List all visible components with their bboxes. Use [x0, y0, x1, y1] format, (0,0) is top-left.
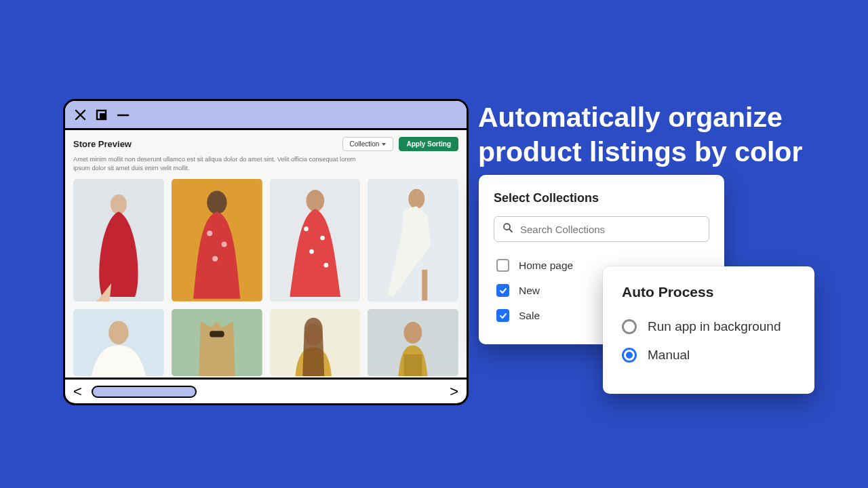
product-tile[interactable] — [172, 309, 262, 376]
svg-point-7 — [207, 230, 212, 236]
search-collections-field[interactable] — [494, 216, 709, 242]
svg-point-14 — [309, 249, 314, 254]
auto-process-title: Auto Process — [622, 284, 795, 300]
product-tile[interactable] — [368, 309, 458, 376]
product-tile[interactable] — [368, 179, 458, 302]
collections-title: Select Collections — [494, 191, 709, 205]
svg-rect-23 — [210, 331, 224, 337]
svg-point-8 — [221, 241, 226, 247]
svg-point-13 — [320, 236, 325, 241]
collection-dropdown-label: Collection — [350, 140, 380, 148]
minimize-icon[interactable] — [117, 109, 130, 121]
svg-rect-1 — [100, 113, 106, 119]
close-icon[interactable] — [75, 109, 86, 121]
scrollbar-thumb[interactable] — [92, 386, 197, 398]
svg-point-27 — [404, 322, 422, 344]
product-tile[interactable] — [172, 179, 262, 302]
product-tile[interactable] — [270, 179, 361, 302]
store-preview-description: Amet minim mollit non deserunt ullamco e… — [73, 155, 365, 172]
next-arrow-icon[interactable]: > — [450, 383, 458, 401]
svg-point-20 — [108, 321, 128, 344]
product-tile[interactable] — [73, 179, 164, 302]
svg-rect-18 — [422, 270, 428, 301]
browser-mockup: Store Preview Collection Apply Sorting A… — [63, 99, 469, 405]
product-tile[interactable] — [73, 309, 164, 376]
svg-point-15 — [323, 263, 328, 268]
auto-process-option[interactable]: Manual — [622, 341, 795, 369]
svg-point-17 — [408, 189, 425, 209]
svg-point-9 — [212, 256, 218, 262]
chevron-down-icon — [382, 143, 386, 146]
auto-process-label: Manual — [648, 348, 690, 363]
checkbox-checked-icon[interactable] — [496, 284, 509, 297]
collection-dropdown[interactable]: Collection — [342, 137, 394, 151]
search-icon — [502, 222, 513, 236]
svg-point-4 — [111, 195, 127, 214]
titlebar — [65, 101, 467, 130]
apply-sorting-label: Apply Sorting — [406, 140, 451, 148]
collection-label: Home page — [519, 260, 573, 272]
auto-process-panel: Auto Process Run app in background Manua… — [603, 266, 814, 394]
svg-rect-28 — [404, 354, 422, 376]
product-grid — [73, 179, 458, 376]
prev-arrow-icon[interactable]: < — [73, 383, 82, 401]
maximize-icon[interactable] — [96, 109, 107, 121]
auto-process-label: Run app in background — [648, 319, 781, 334]
checkbox-unchecked-icon[interactable] — [496, 259, 509, 272]
collection-label: New — [519, 285, 540, 297]
radio-selected-icon[interactable] — [622, 348, 637, 363]
product-tile[interactable] — [270, 309, 361, 376]
svg-line-30 — [509, 229, 512, 232]
svg-point-12 — [304, 226, 309, 231]
radio-unselected-icon[interactable] — [622, 319, 637, 334]
store-preview-content: Store Preview Collection Apply Sorting A… — [65, 130, 467, 378]
apply-sorting-button[interactable]: Apply Sorting — [399, 137, 458, 151]
search-input[interactable] — [520, 224, 701, 235]
headline: Automatically organize product listings … — [478, 100, 827, 170]
svg-point-11 — [306, 190, 324, 211]
browser-footer: < > — [65, 378, 467, 403]
auto-process-option[interactable]: Run app in background — [622, 312, 795, 341]
svg-point-6 — [207, 190, 226, 214]
collection-label: Sale — [519, 310, 540, 322]
store-preview-title: Store Preview — [73, 139, 132, 149]
checkbox-checked-icon[interactable] — [496, 309, 509, 322]
